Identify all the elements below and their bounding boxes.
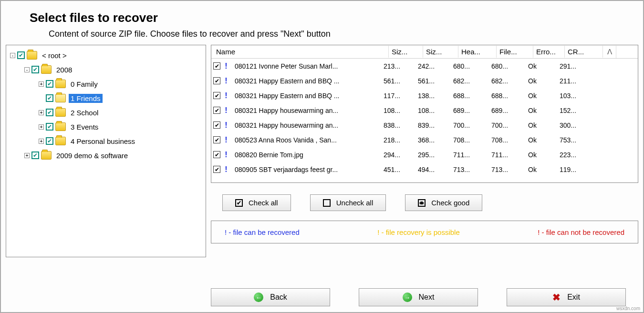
- file-offset: 711...: [491, 151, 528, 159]
- expand-icon[interactable]: +: [39, 124, 44, 130]
- file-row[interactable]: ✔!080321 Happy housewarming an...108...1…: [211, 103, 638, 118]
- expand-icon[interactable]: +: [39, 110, 44, 115]
- file-error: Ok: [528, 107, 560, 114]
- file-crc: 211...: [560, 77, 598, 85]
- file-offset: 680...: [491, 62, 528, 70]
- file-size2: 108...: [418, 107, 453, 114]
- file-header: 688...: [453, 92, 491, 100]
- file-name: 080321 Happy housewarming an...: [235, 121, 384, 129]
- file-offset: 700...: [491, 121, 528, 129]
- col-size1[interactable]: Siz...: [389, 46, 423, 58]
- file-checkbox[interactable]: ✔: [213, 121, 220, 129]
- collapse-icon[interactable]: -: [24, 67, 30, 72]
- uncheck-all-button[interactable]: Uncheck all: [310, 194, 386, 211]
- legend-possible: ! - file recovery is possible: [377, 228, 460, 236]
- tree-node-events[interactable]: + ✔ 3 Events: [39, 120, 204, 134]
- file-size2: 561...: [418, 77, 453, 85]
- expand-icon[interactable]: +: [39, 139, 44, 144]
- tree-node-friends[interactable]: ✔ 1 Friends: [39, 91, 204, 105]
- folder-icon: [55, 80, 66, 88]
- tree-label[interactable]: 3 Events: [69, 122, 100, 131]
- col-name[interactable]: Name: [211, 46, 389, 58]
- file-row[interactable]: ✔!080121 Ivonne Peter Susan Marl...213..…: [211, 59, 638, 73]
- tree-checkbox[interactable]: ✔: [46, 123, 53, 131]
- check-all-button[interactable]: ✔ Check all: [222, 194, 291, 211]
- tree-label-selected[interactable]: 1 Friends: [69, 94, 103, 103]
- tree-label[interactable]: 4 Personal business: [69, 137, 137, 146]
- file-row[interactable]: ✔!080321 Happy Eastern and BBQ ...117...…: [211, 88, 638, 103]
- file-checkbox[interactable]: ✔: [213, 151, 220, 158]
- col-crc[interactable]: CR...: [565, 46, 603, 58]
- file-row[interactable]: ✔!080523 Anna Roos Vanida , San...218...…: [211, 132, 638, 147]
- expand-icon[interactable]: +: [24, 153, 30, 158]
- file-name: 080820 Bernie Tom.jpg: [235, 151, 384, 159]
- arrow-left-icon: ←: [254, 293, 263, 302]
- tree-checkbox[interactable]: ✔: [46, 94, 53, 102]
- file-header: 708...: [453, 136, 491, 144]
- file-crc: 103...: [560, 92, 598, 100]
- file-row[interactable]: ✔!080820 Bernie Tom.jpg294...295...711..…: [211, 147, 638, 162]
- file-checkbox[interactable]: ✔: [213, 92, 220, 99]
- col-error[interactable]: Erro...: [533, 46, 565, 58]
- tree-label[interactable]: 0 Family: [69, 80, 100, 89]
- file-row[interactable]: ✔!080321 Happy Eastern and BBQ ...561...…: [211, 73, 638, 88]
- file-checkbox[interactable]: ✔: [213, 62, 220, 70]
- file-crc: 152...: [560, 107, 598, 114]
- file-checkbox[interactable]: ✔: [213, 136, 220, 143]
- tree-label[interactable]: 2 School: [69, 108, 100, 117]
- tree-node-2008[interactable]: - ✔ 2008: [24, 62, 204, 77]
- folder-icon: [55, 137, 66, 145]
- tree-checkbox[interactable]: ✔: [46, 137, 53, 145]
- file-checkbox[interactable]: ✔: [213, 166, 220, 173]
- file-error: Ok: [528, 136, 560, 144]
- file-name: 080905 SBT verjaardags feest gr...: [235, 166, 384, 173]
- check-good-button[interactable]: ⩩ Check good: [405, 194, 482, 211]
- exit-button[interactable]: ✖ Exit: [507, 288, 626, 306]
- file-size1: 294...: [384, 151, 418, 159]
- tree-node-school[interactable]: + ✔ 2 School: [39, 105, 204, 120]
- tree-label[interactable]: < root >: [40, 51, 69, 60]
- tree-checkbox[interactable]: ✔: [46, 80, 53, 88]
- file-crc: 291...: [560, 62, 598, 70]
- tree-label[interactable]: 2008: [54, 65, 74, 74]
- file-error: Ok: [528, 151, 560, 159]
- list-header[interactable]: Name Siz... Siz... Hea... File... Erro..…: [211, 45, 638, 59]
- folder-tree[interactable]: - ✔ < root > - ✔ 2008: [6, 45, 206, 257]
- list-body[interactable]: ✔!080121 Ivonne Peter Susan Marl...213..…: [211, 59, 638, 182]
- watermark: wsxdn.com: [616, 306, 640, 311]
- arrow-right-icon: →: [403, 293, 412, 302]
- file-checkbox[interactable]: ✔: [213, 77, 220, 84]
- file-offset: 682...: [491, 77, 528, 85]
- expand-icon[interactable]: +: [39, 81, 44, 87]
- file-header: 682...: [453, 77, 491, 85]
- folder-icon: [41, 151, 52, 160]
- col-header[interactable]: Hea...: [458, 46, 497, 58]
- tree-node-2009[interactable]: + ✔ 2009 demo & software: [24, 148, 204, 162]
- close-icon: ✖: [552, 292, 561, 303]
- tree-label[interactable]: 2009 demo & software: [54, 151, 130, 160]
- col-file[interactable]: File...: [497, 46, 533, 58]
- next-button[interactable]: → Next: [359, 288, 478, 306]
- file-checkbox[interactable]: ✔: [213, 107, 220, 114]
- tree-checkbox[interactable]: ✔: [31, 151, 39, 159]
- file-row[interactable]: ✔!080905 SBT verjaardags feest gr...451.…: [211, 162, 638, 177]
- tree-checkbox[interactable]: ✔: [31, 66, 39, 73]
- folder-open-icon: [55, 94, 66, 102]
- file-offset: 688...: [491, 92, 528, 100]
- file-row[interactable]: ✔!080321 Happy housewarming an...838...8…: [211, 118, 638, 132]
- legend-not-recoverable: ! - file can not be recovered: [538, 228, 624, 236]
- back-button[interactable]: ← Back: [211, 288, 330, 306]
- tree-node-personal[interactable]: + ✔ 4 Personal business: [39, 134, 204, 148]
- scroll-up-icon[interactable]: ᐱ: [603, 46, 616, 58]
- tree-node-root[interactable]: - ✔ < root >: [10, 48, 204, 62]
- file-offset: 708...: [491, 136, 528, 144]
- file-size1: 213...: [384, 62, 418, 70]
- file-size2: 839...: [418, 121, 453, 129]
- tree-checkbox[interactable]: ✔: [46, 109, 53, 116]
- file-list[interactable]: Name Siz... Siz... Hea... File... Erro..…: [211, 45, 638, 183]
- tree-node-family[interactable]: + ✔ 0 Family: [39, 77, 204, 91]
- tree-checkbox[interactable]: ✔: [17, 51, 25, 59]
- col-size2[interactable]: Siz...: [423, 46, 458, 58]
- collapse-icon[interactable]: -: [10, 53, 15, 58]
- file-crc: 753...: [560, 136, 598, 144]
